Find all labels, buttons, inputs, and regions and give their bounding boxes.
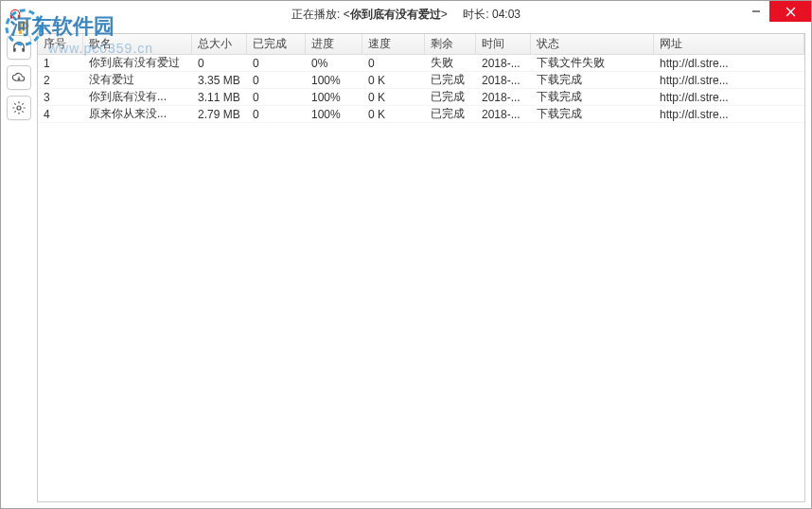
- cell-time: 2018-...: [476, 91, 531, 104]
- cell-time: 2018-...: [476, 74, 531, 87]
- cell-size: 3.35 MB: [192, 74, 247, 87]
- sidebar-music-button[interactable]: [7, 35, 31, 60]
- cloud-download-icon: [11, 70, 26, 85]
- col-done[interactable]: 已完成: [247, 34, 306, 54]
- svg-rect-2: [10, 15, 12, 19]
- minimize-icon: [751, 7, 761, 16]
- sidebar-settings-button[interactable]: [7, 96, 31, 120]
- cell-remain: 已完成: [425, 106, 476, 122]
- cell-url: http://dl.stre...: [654, 91, 804, 104]
- cell-remain: 已完成: [425, 72, 476, 88]
- table-row[interactable]: 2没有爱过3.35 MB0100%0 K已完成2018-...下载完成http:…: [38, 72, 804, 89]
- titlebar: 正在播放: <你到底有没有爱过> 时长: 04:03: [1, 1, 811, 27]
- col-status[interactable]: 状态: [531, 34, 654, 54]
- cell-url: http://dl.stre...: [654, 57, 804, 70]
- playing-suffix: >: [441, 8, 448, 21]
- download-table: 序号 歌名 总大小 已完成 进度 速度 剩余 时间 状态 网址 1你到底有没有爱…: [37, 33, 805, 502]
- cell-index: 4: [38, 108, 83, 121]
- cell-index: 2: [38, 74, 83, 87]
- playing-label: 正在播放: <: [291, 8, 350, 21]
- cell-speed: 0 K: [362, 108, 425, 121]
- window-controls: [743, 1, 811, 22]
- svg-rect-8: [22, 48, 25, 52]
- cell-status: 下载完成: [531, 106, 654, 122]
- headphone-icon: [9, 8, 22, 21]
- col-time[interactable]: 时间: [476, 34, 531, 54]
- cell-size: 3.11 MB: [192, 91, 247, 104]
- sidebar-download-button[interactable]: [7, 65, 31, 90]
- cell-index: 1: [38, 57, 83, 70]
- table-row[interactable]: 3你到底有没有...3.11 MB0100%0 K已完成2018-...下载完成…: [38, 89, 804, 106]
- cell-progress: 100%: [306, 74, 362, 87]
- col-url[interactable]: 网址: [654, 34, 804, 54]
- body: 序号 歌名 总大小 已完成 进度 速度 剩余 时间 状态 网址 1你到底有没有爱…: [1, 27, 811, 508]
- cell-speed: 0: [362, 57, 425, 70]
- duration-label: 时长:: [463, 8, 492, 21]
- now-playing: 正在播放: <你到底有没有爱过> 时长: 04:03: [291, 7, 521, 23]
- cell-speed: 0 K: [362, 91, 425, 104]
- cell-progress: 100%: [306, 91, 362, 104]
- cell-remain: 已完成: [425, 89, 476, 105]
- cell-url: http://dl.stre...: [654, 74, 804, 87]
- cell-done: 0: [247, 108, 306, 121]
- cell-speed: 0 K: [362, 74, 425, 87]
- col-remain[interactable]: 剩余: [425, 34, 476, 54]
- cell-size: 0: [192, 57, 247, 70]
- duration-value: 04:03: [492, 8, 521, 21]
- cell-name: 原来你从来没...: [83, 106, 192, 122]
- minimize-button[interactable]: [743, 1, 769, 22]
- col-speed[interactable]: 速度: [362, 34, 425, 54]
- cell-name: 你到底有没有爱过: [83, 55, 192, 71]
- cell-time: 2018-...: [476, 57, 531, 70]
- svg-point-9: [17, 106, 21, 110]
- col-index[interactable]: 序号: [38, 34, 83, 54]
- cell-done: 0: [247, 57, 306, 70]
- cell-done: 0: [247, 91, 306, 104]
- cell-done: 0: [247, 74, 306, 87]
- table-row[interactable]: 1你到底有没有爱过000%0失败2018-...下载文件失败http://dl.…: [38, 55, 804, 72]
- cell-name: 你到底有没有...: [83, 89, 192, 105]
- cell-remain: 失败: [425, 55, 476, 71]
- cell-index: 3: [38, 91, 83, 104]
- table-header: 序号 歌名 总大小 已完成 进度 速度 剩余 时间 状态 网址: [38, 34, 804, 55]
- cell-status: 下载完成: [531, 72, 654, 88]
- cell-progress: 0%: [306, 57, 362, 70]
- sidebar: [7, 33, 33, 502]
- cell-status: 下载完成: [531, 89, 654, 105]
- cell-time: 2018-...: [476, 108, 531, 121]
- gear-icon: [11, 100, 26, 115]
- cell-name: 没有爱过: [83, 72, 192, 88]
- svg-rect-3: [18, 15, 20, 19]
- cell-size: 2.79 MB: [192, 108, 247, 121]
- cell-status: 下载文件失败: [531, 55, 654, 71]
- close-button[interactable]: [769, 1, 811, 22]
- col-progress[interactable]: 进度: [306, 34, 362, 54]
- app-window: P 河东软件园 www.pc0359.cn 正在播放: <你到底有没有爱过> 时…: [0, 0, 812, 509]
- table-row[interactable]: 4原来你从来没...2.79 MB0100%0 K已完成2018-...下载完成…: [38, 106, 804, 123]
- close-icon: [786, 7, 796, 17]
- headphone-icon: [11, 40, 26, 55]
- track-name: 你到底有没有爱过: [350, 8, 441, 21]
- col-size[interactable]: 总大小: [192, 34, 247, 54]
- cell-url: http://dl.stre...: [654, 108, 804, 121]
- col-name[interactable]: 歌名: [83, 34, 192, 54]
- table-body: 1你到底有没有爱过000%0失败2018-...下载文件失败http://dl.…: [38, 55, 804, 501]
- cell-progress: 100%: [306, 108, 362, 121]
- svg-rect-7: [13, 48, 16, 52]
